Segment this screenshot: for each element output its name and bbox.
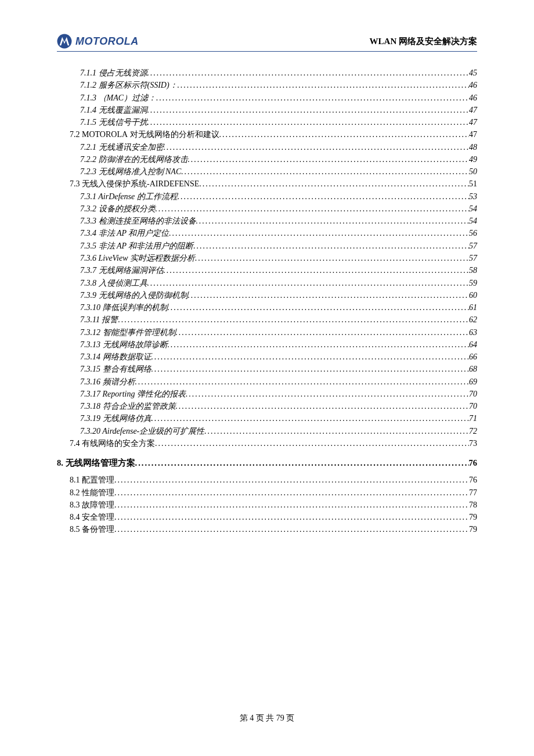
toc-entry-page: 57 bbox=[469, 240, 477, 252]
toc-entry: 7.3.2 设备的授权分类...........................… bbox=[57, 203, 477, 215]
toc-entry-page: 62 bbox=[469, 314, 477, 326]
toc-leader-dots: ........................................… bbox=[219, 128, 469, 141]
toc-entry-page: 45 bbox=[469, 67, 477, 79]
toc-entry: 8.1 配置管理................................… bbox=[57, 474, 477, 486]
toc-entry-page: 47 bbox=[469, 116, 477, 128]
brand-logo: MOTOROLA bbox=[57, 34, 139, 49]
toc-entry-page: 69 bbox=[469, 376, 477, 388]
toc-entry-title: 7.1.4 无线覆盖漏洞 bbox=[80, 104, 147, 116]
toc-entry: 7.2 MOTOROLA 对无线网络的分析和建议................… bbox=[57, 128, 477, 141]
toc-entry-page: 79 bbox=[469, 511, 477, 523]
toc-leader-dots: ........................................… bbox=[151, 412, 470, 424]
toc-entry-page: 47 bbox=[469, 128, 477, 141]
toc-leader-dots: ........................................… bbox=[156, 203, 470, 215]
toc-entry: 7.3.4 非法 AP 和用户定位.......................… bbox=[57, 227, 477, 239]
toc-entry-page: 79 bbox=[469, 523, 477, 535]
table-of-contents: 7.1.1 侵占无线资源............................… bbox=[57, 67, 477, 536]
toc-entry: 7.3.1 AirDefense 的工作流程..................… bbox=[57, 190, 477, 203]
toc-entry-title: 7.3.18 符合企业的监管政策 bbox=[80, 400, 176, 412]
toc-leader-dots: ........................................… bbox=[195, 252, 469, 264]
toc-leader-dots: ........................................… bbox=[114, 487, 469, 499]
toc-entry-page: 77 bbox=[469, 487, 477, 499]
toc-entry-title: 7.1.1 侵占无线资源 bbox=[80, 67, 147, 79]
toc-entry-title: 7.3.15 整合有线网络 bbox=[80, 363, 151, 375]
toc-leader-dots: ........................................… bbox=[118, 314, 469, 326]
toc-entry-title: 7.3.17 Reporting 弹性化的报表 bbox=[80, 388, 186, 400]
page-header: MOTOROLA WLAN 网络及安全解决方案 bbox=[57, 34, 477, 52]
brand-text: MOTOROLA bbox=[75, 35, 139, 48]
toc-leader-dots: ........................................… bbox=[176, 326, 470, 339]
toc-entry-title: 7.3.10 降低误判率的机制 bbox=[80, 301, 168, 314]
toc-entry: 7.3.16 频谱分析.............................… bbox=[57, 376, 477, 388]
toc-entry-title: 8. 无线网络管理方案 bbox=[57, 456, 135, 469]
toc-leader-dots: ........................................… bbox=[178, 79, 469, 91]
svg-point-0 bbox=[57, 34, 72, 49]
toc-entry: 7.3.5 非法 AP 和非法用户的阻断....................… bbox=[57, 240, 477, 252]
toc-entry: 7.3.18 符合企业的监管政策........................… bbox=[57, 400, 477, 412]
toc-entry-title: 7.3.4 非法 AP 和用户定位 bbox=[80, 227, 169, 239]
toc-entry: 8.4 安全管理................................… bbox=[57, 511, 477, 523]
toc-entry-title: 8.2 性能管理 bbox=[70, 487, 114, 499]
toc-entry-title: 7.1.2 服务区标示符(SSID)： bbox=[80, 79, 178, 91]
toc-entry-page: 59 bbox=[469, 277, 477, 289]
toc-entry: 7.1.4 无线覆盖漏洞............................… bbox=[57, 104, 477, 116]
document-title: WLAN 网络及安全解决方案 bbox=[370, 36, 477, 47]
toc-entry: 7.2.2 防御潜在的无线网络攻击.......................… bbox=[57, 153, 477, 165]
toc-leader-dots: ........................................… bbox=[164, 141, 470, 153]
toc-entry-title: 8.1 配置管理 bbox=[70, 474, 114, 486]
toc-entry-page: 49 bbox=[469, 153, 477, 165]
toc-leader-dots: ........................................… bbox=[176, 400, 470, 412]
toc-entry: 8.2 性能管理................................… bbox=[57, 487, 477, 499]
toc-entry-title: 7.3.1 AirDefense 的工作流程 bbox=[80, 190, 178, 203]
toc-entry: 7.3.11 报警...............................… bbox=[57, 314, 477, 326]
toc-entry: 7.3.9 无线网络的入侵防御机制.......................… bbox=[57, 289, 477, 301]
toc-entry-title: 7.1.3 （MAC）过滤： bbox=[80, 92, 156, 104]
toc-entry-page: 56 bbox=[469, 227, 477, 239]
toc-entry-title: 8.4 安全管理 bbox=[70, 511, 114, 523]
toc-entry: 7.3.6 LiveView 实时远程数据分析.................… bbox=[57, 252, 477, 264]
toc-entry-page: 60 bbox=[469, 289, 477, 301]
toc-entry-page: 78 bbox=[469, 499, 477, 511]
toc-entry-page: 46 bbox=[469, 79, 477, 91]
toc-entry-page: 76 bbox=[469, 456, 478, 469]
toc-entry: 7.2.3 无线网络准入控制 NAC......................… bbox=[57, 165, 477, 178]
toc-leader-dots: ........................................… bbox=[147, 277, 470, 289]
toc-entry-title: 7.2.3 无线网络准入控制 NAC bbox=[80, 165, 181, 178]
toc-entry-page: 72 bbox=[469, 425, 477, 437]
toc-leader-dots: ........................................… bbox=[151, 363, 470, 375]
toc-entry: 8.5 备份管理................................… bbox=[57, 523, 477, 535]
toc-entry-page: 71 bbox=[469, 412, 477, 424]
toc-entry-title: 7.3.20 Airdefense-企业级的可扩展性 bbox=[80, 425, 204, 437]
toc-entry: 7.3.13 无线网络故障诊断.........................… bbox=[57, 339, 477, 351]
toc-entry-page: 64 bbox=[469, 339, 477, 351]
toc-entry-title: 7.3.16 频谱分析 bbox=[80, 376, 135, 388]
toc-entry-title: 7.2 MOTOROLA 对无线网络的分析和建议 bbox=[70, 128, 219, 141]
toc-leader-dots: ........................................… bbox=[147, 116, 470, 128]
toc-entry: 7.1.3 （MAC）过滤：..........................… bbox=[57, 92, 477, 104]
toc-entry: 7.3.17 Reporting 弹性化的报表.................… bbox=[57, 388, 477, 400]
page-number: 第 4 页 共 79 页 bbox=[240, 714, 295, 722]
toc-entry: 7.3.7 无线网络漏洞评估..........................… bbox=[57, 264, 477, 276]
toc-entry-page: 70 bbox=[469, 400, 477, 412]
toc-entry-page: 46 bbox=[469, 92, 477, 104]
toc-leader-dots: ........................................… bbox=[156, 92, 469, 104]
toc-entry-title: 8.5 备份管理 bbox=[70, 523, 114, 535]
toc-leader-dots: ........................................… bbox=[114, 523, 469, 535]
toc-leader-dots: ........................................… bbox=[169, 227, 469, 239]
toc-entry: 7.3 无线入侵保护系统-AIRDEFENSE.................… bbox=[57, 178, 477, 190]
toc-leader-dots: ........................................… bbox=[188, 153, 470, 165]
toc-entry-title: 7.3.8 入侵侦测工具 bbox=[80, 277, 147, 289]
toc-entry-page: 70 bbox=[469, 388, 477, 400]
toc-entry: 7.3.15 整合有线网络...........................… bbox=[57, 363, 477, 375]
toc-leader-dots: ........................................… bbox=[193, 240, 469, 252]
toc-leader-dots: ........................................… bbox=[168, 339, 470, 351]
toc-entry: 7.2.1 无线通讯安全加密..........................… bbox=[57, 141, 477, 153]
toc-entry-page: 57 bbox=[469, 252, 477, 264]
toc-leader-dots: ........................................… bbox=[147, 67, 470, 79]
toc-leader-dots: ........................................… bbox=[151, 351, 470, 363]
toc-leader-dots: ........................................… bbox=[181, 165, 469, 178]
toc-entry: 7.3.8 入侵侦测工具............................… bbox=[57, 277, 477, 289]
toc-entry-title: 7.3.9 无线网络的入侵防御机制 bbox=[80, 289, 188, 301]
toc-entry: 8.3 故障管理................................… bbox=[57, 499, 477, 511]
toc-entry: 7.4 有线网络的安全方案...........................… bbox=[57, 437, 477, 449]
